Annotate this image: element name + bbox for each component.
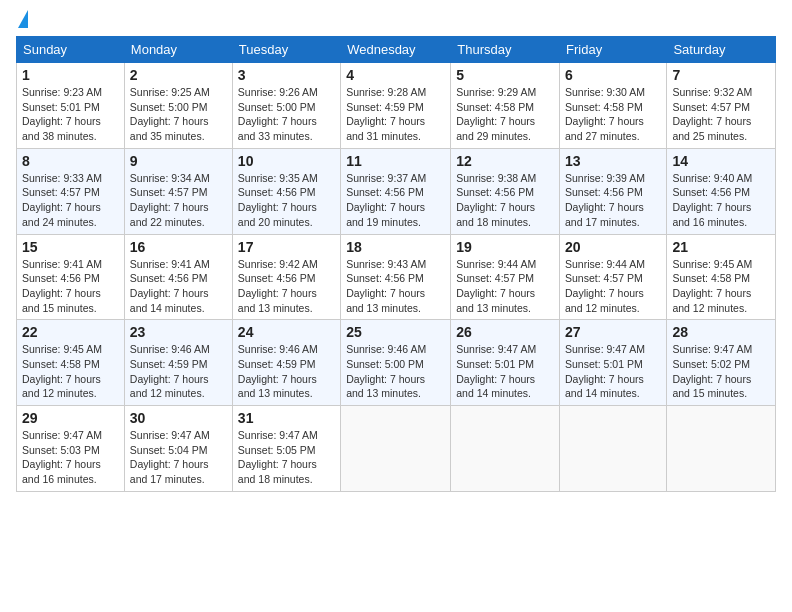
day-number: 29 (22, 410, 119, 426)
calendar-cell: 27 Sunrise: 9:47 AM Sunset: 5:01 PM Dayl… (560, 320, 667, 406)
day-info: Sunrise: 9:44 AM Sunset: 4:57 PM Dayligh… (565, 257, 661, 316)
calendar-cell (451, 406, 560, 492)
day-info: Sunrise: 9:43 AM Sunset: 4:56 PM Dayligh… (346, 257, 445, 316)
page-header (16, 10, 776, 28)
day-info: Sunrise: 9:37 AM Sunset: 4:56 PM Dayligh… (346, 171, 445, 230)
calendar-cell: 30 Sunrise: 9:47 AM Sunset: 5:04 PM Dayl… (124, 406, 232, 492)
calendar-cell: 4 Sunrise: 9:28 AM Sunset: 4:59 PM Dayli… (341, 63, 451, 149)
weekday-header-monday: Monday (124, 37, 232, 63)
day-number: 23 (130, 324, 227, 340)
calendar-cell: 1 Sunrise: 9:23 AM Sunset: 5:01 PM Dayli… (17, 63, 125, 149)
day-info: Sunrise: 9:47 AM Sunset: 5:05 PM Dayligh… (238, 428, 335, 487)
day-info: Sunrise: 9:41 AM Sunset: 4:56 PM Dayligh… (130, 257, 227, 316)
calendar-cell: 3 Sunrise: 9:26 AM Sunset: 5:00 PM Dayli… (232, 63, 340, 149)
weekday-header-thursday: Thursday (451, 37, 560, 63)
day-number: 28 (672, 324, 770, 340)
calendar-week-4: 22 Sunrise: 9:45 AM Sunset: 4:58 PM Dayl… (17, 320, 776, 406)
calendar-cell: 5 Sunrise: 9:29 AM Sunset: 4:58 PM Dayli… (451, 63, 560, 149)
calendar-table: SundayMondayTuesdayWednesdayThursdayFrid… (16, 36, 776, 492)
calendar-cell: 23 Sunrise: 9:46 AM Sunset: 4:59 PM Dayl… (124, 320, 232, 406)
day-number: 14 (672, 153, 770, 169)
day-info: Sunrise: 9:34 AM Sunset: 4:57 PM Dayligh… (130, 171, 227, 230)
day-info: Sunrise: 9:33 AM Sunset: 4:57 PM Dayligh… (22, 171, 119, 230)
weekday-header-tuesday: Tuesday (232, 37, 340, 63)
day-number: 27 (565, 324, 661, 340)
calendar-cell: 11 Sunrise: 9:37 AM Sunset: 4:56 PM Dayl… (341, 148, 451, 234)
day-info: Sunrise: 9:46 AM Sunset: 4:59 PM Dayligh… (238, 342, 335, 401)
calendar-header-row: SundayMondayTuesdayWednesdayThursdayFrid… (17, 37, 776, 63)
calendar-cell: 8 Sunrise: 9:33 AM Sunset: 4:57 PM Dayli… (17, 148, 125, 234)
calendar-cell: 12 Sunrise: 9:38 AM Sunset: 4:56 PM Dayl… (451, 148, 560, 234)
calendar-week-2: 8 Sunrise: 9:33 AM Sunset: 4:57 PM Dayli… (17, 148, 776, 234)
day-info: Sunrise: 9:35 AM Sunset: 4:56 PM Dayligh… (238, 171, 335, 230)
day-number: 3 (238, 67, 335, 83)
day-number: 6 (565, 67, 661, 83)
day-number: 15 (22, 239, 119, 255)
calendar-week-1: 1 Sunrise: 9:23 AM Sunset: 5:01 PM Dayli… (17, 63, 776, 149)
logo-icon (18, 10, 28, 28)
day-info: Sunrise: 9:47 AM Sunset: 5:01 PM Dayligh… (456, 342, 554, 401)
calendar-cell: 2 Sunrise: 9:25 AM Sunset: 5:00 PM Dayli… (124, 63, 232, 149)
day-number: 12 (456, 153, 554, 169)
day-info: Sunrise: 9:39 AM Sunset: 4:56 PM Dayligh… (565, 171, 661, 230)
calendar-cell: 13 Sunrise: 9:39 AM Sunset: 4:56 PM Dayl… (560, 148, 667, 234)
calendar-cell: 28 Sunrise: 9:47 AM Sunset: 5:02 PM Dayl… (667, 320, 776, 406)
calendar-cell: 20 Sunrise: 9:44 AM Sunset: 4:57 PM Dayl… (560, 234, 667, 320)
day-number: 7 (672, 67, 770, 83)
calendar-cell: 17 Sunrise: 9:42 AM Sunset: 4:56 PM Dayl… (232, 234, 340, 320)
day-number: 21 (672, 239, 770, 255)
day-number: 25 (346, 324, 445, 340)
day-number: 13 (565, 153, 661, 169)
calendar-cell (341, 406, 451, 492)
calendar-cell: 6 Sunrise: 9:30 AM Sunset: 4:58 PM Dayli… (560, 63, 667, 149)
day-info: Sunrise: 9:42 AM Sunset: 4:56 PM Dayligh… (238, 257, 335, 316)
day-number: 4 (346, 67, 445, 83)
day-number: 20 (565, 239, 661, 255)
calendar-cell: 25 Sunrise: 9:46 AM Sunset: 5:00 PM Dayl… (341, 320, 451, 406)
day-info: Sunrise: 9:47 AM Sunset: 5:02 PM Dayligh… (672, 342, 770, 401)
day-info: Sunrise: 9:25 AM Sunset: 5:00 PM Dayligh… (130, 85, 227, 144)
calendar-cell: 21 Sunrise: 9:45 AM Sunset: 4:58 PM Dayl… (667, 234, 776, 320)
day-number: 24 (238, 324, 335, 340)
day-info: Sunrise: 9:47 AM Sunset: 5:03 PM Dayligh… (22, 428, 119, 487)
day-info: Sunrise: 9:26 AM Sunset: 5:00 PM Dayligh… (238, 85, 335, 144)
day-info: Sunrise: 9:45 AM Sunset: 4:58 PM Dayligh… (672, 257, 770, 316)
day-number: 2 (130, 67, 227, 83)
calendar-cell: 19 Sunrise: 9:44 AM Sunset: 4:57 PM Dayl… (451, 234, 560, 320)
day-number: 22 (22, 324, 119, 340)
day-info: Sunrise: 9:28 AM Sunset: 4:59 PM Dayligh… (346, 85, 445, 144)
weekday-header-saturday: Saturday (667, 37, 776, 63)
calendar-cell: 7 Sunrise: 9:32 AM Sunset: 4:57 PM Dayli… (667, 63, 776, 149)
day-number: 19 (456, 239, 554, 255)
day-number: 10 (238, 153, 335, 169)
day-info: Sunrise: 9:41 AM Sunset: 4:56 PM Dayligh… (22, 257, 119, 316)
calendar-cell: 15 Sunrise: 9:41 AM Sunset: 4:56 PM Dayl… (17, 234, 125, 320)
calendar-body: 1 Sunrise: 9:23 AM Sunset: 5:01 PM Dayli… (17, 63, 776, 492)
day-info: Sunrise: 9:40 AM Sunset: 4:56 PM Dayligh… (672, 171, 770, 230)
calendar-cell: 22 Sunrise: 9:45 AM Sunset: 4:58 PM Dayl… (17, 320, 125, 406)
day-info: Sunrise: 9:47 AM Sunset: 5:04 PM Dayligh… (130, 428, 227, 487)
calendar-cell (560, 406, 667, 492)
day-number: 18 (346, 239, 445, 255)
weekday-header-wednesday: Wednesday (341, 37, 451, 63)
calendar-cell: 24 Sunrise: 9:46 AM Sunset: 4:59 PM Dayl… (232, 320, 340, 406)
day-info: Sunrise: 9:30 AM Sunset: 4:58 PM Dayligh… (565, 85, 661, 144)
calendar-cell: 29 Sunrise: 9:47 AM Sunset: 5:03 PM Dayl… (17, 406, 125, 492)
calendar-cell: 18 Sunrise: 9:43 AM Sunset: 4:56 PM Dayl… (341, 234, 451, 320)
day-info: Sunrise: 9:38 AM Sunset: 4:56 PM Dayligh… (456, 171, 554, 230)
calendar-page: SundayMondayTuesdayWednesdayThursdayFrid… (0, 0, 792, 612)
calendar-cell: 26 Sunrise: 9:47 AM Sunset: 5:01 PM Dayl… (451, 320, 560, 406)
day-info: Sunrise: 9:44 AM Sunset: 4:57 PM Dayligh… (456, 257, 554, 316)
day-number: 26 (456, 324, 554, 340)
day-number: 31 (238, 410, 335, 426)
calendar-cell: 10 Sunrise: 9:35 AM Sunset: 4:56 PM Dayl… (232, 148, 340, 234)
day-info: Sunrise: 9:46 AM Sunset: 5:00 PM Dayligh… (346, 342, 445, 401)
day-info: Sunrise: 9:45 AM Sunset: 4:58 PM Dayligh… (22, 342, 119, 401)
logo (16, 10, 28, 28)
day-number: 1 (22, 67, 119, 83)
day-info: Sunrise: 9:47 AM Sunset: 5:01 PM Dayligh… (565, 342, 661, 401)
calendar-cell: 31 Sunrise: 9:47 AM Sunset: 5:05 PM Dayl… (232, 406, 340, 492)
calendar-cell (667, 406, 776, 492)
day-info: Sunrise: 9:29 AM Sunset: 4:58 PM Dayligh… (456, 85, 554, 144)
day-number: 30 (130, 410, 227, 426)
